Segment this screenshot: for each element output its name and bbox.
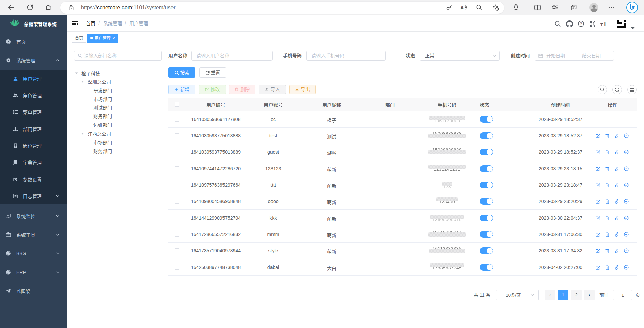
svg-text:?: ? [580, 22, 582, 26]
svg-text:A: A [460, 5, 464, 10]
